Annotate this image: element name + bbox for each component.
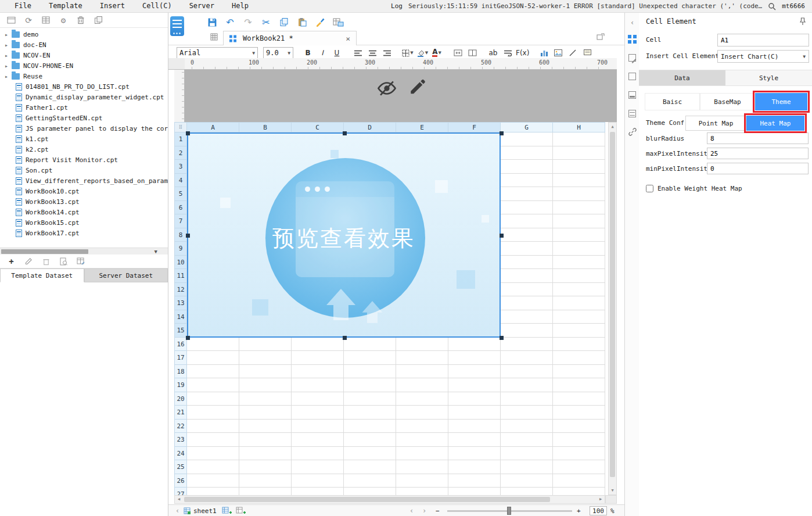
- row-header-6[interactable]: 6: [174, 201, 187, 215]
- tree-file[interactable]: WorkBook10.cpt: [0, 186, 168, 196]
- expand-arrow-icon[interactable]: ▸: [5, 52, 12, 59]
- spreadsheet-grid[interactable]: 预览查看效果: [187, 132, 605, 495]
- enable-weight-heatmap-checkbox[interactable]: [646, 185, 653, 192]
- save-button[interactable]: [206, 16, 218, 28]
- zoom-value-box[interactable]: 100: [590, 506, 607, 515]
- row-header-19[interactable]: 19: [174, 378, 187, 392]
- tab-data[interactable]: Data: [639, 70, 725, 85]
- font-family-select[interactable]: Arial▼: [177, 47, 258, 59]
- tree-file[interactable]: k2.cpt: [0, 144, 168, 155]
- column-header-G[interactable]: G: [501, 122, 553, 132]
- float-element-panel-icon[interactable]: [625, 69, 639, 84]
- row-header-7[interactable]: 7: [174, 214, 187, 228]
- row-header-24[interactable]: 24: [174, 447, 187, 461]
- close-tab-icon[interactable]: ×: [346, 34, 350, 43]
- expand-arrow-icon[interactable]: ▸: [5, 42, 12, 48]
- row-header-20[interactable]: 20: [174, 392, 187, 406]
- edit-dataset-icon[interactable]: [23, 256, 34, 267]
- tree-file[interactable]: Report Visit Monitor.cpt: [0, 155, 168, 165]
- expand-arrow-icon[interactable]: ▸: [5, 73, 12, 80]
- row-header-13[interactable]: 13: [174, 296, 187, 310]
- search-icon[interactable]: [768, 2, 776, 10]
- menu-item-help[interactable]: Help: [223, 0, 257, 12]
- copy-icon[interactable]: [93, 15, 103, 26]
- tree-folder[interactable]: ▸doc-EN: [0, 40, 168, 50]
- column-header-D[interactable]: D: [344, 122, 396, 132]
- row-header-18[interactable]: 18: [174, 365, 187, 379]
- menu-item-file[interactable]: File: [6, 0, 40, 12]
- selection-handle[interactable]: [186, 131, 190, 135]
- row-header-17[interactable]: 17: [174, 351, 187, 365]
- clear-format-button[interactable]: ab: [487, 47, 500, 59]
- subtab-basemap[interactable]: BaseMap: [700, 93, 755, 110]
- tree-file[interactable]: 014801_NB_PR_TO_DO_LIST.cpt: [0, 81, 168, 92]
- borders-button[interactable]: ▼: [401, 47, 414, 59]
- scroll-up-arrow[interactable]: ▲: [609, 123, 616, 131]
- scroll-down-arrow[interactable]: ▼: [609, 486, 616, 494]
- menu-item-template[interactable]: Template: [40, 0, 91, 12]
- column-header-H[interactable]: H: [553, 122, 605, 132]
- zoom-slider-thumb[interactable]: [507, 507, 511, 515]
- tree-scrollbar[interactable]: ▼: [0, 248, 168, 255]
- chart-selection[interactable]: 预览查看效果: [187, 132, 501, 338]
- username[interactable]: mt6666: [782, 2, 805, 10]
- row-header-23[interactable]: 23: [174, 433, 187, 447]
- condition-attributes-panel-icon[interactable]: [625, 106, 639, 121]
- selection-handle[interactable]: [343, 336, 347, 340]
- zoom-slider[interactable]: [447, 510, 572, 512]
- tree-folder[interactable]: ▸demo: [0, 29, 168, 40]
- tree-file[interactable]: WorkBook17.cpt: [0, 228, 168, 238]
- column-header-B[interactable]: B: [239, 122, 292, 132]
- insert-shape-button[interactable]: [566, 47, 579, 59]
- log-button[interactable]: Log: [391, 2, 403, 10]
- parameter-pane[interactable]: [185, 70, 617, 122]
- menu-item-cellc[interactable]: Cell(C): [134, 0, 181, 12]
- add-dataset-button[interactable]: +▾: [6, 256, 16, 267]
- new-window-icon[interactable]: [6, 15, 16, 26]
- add-chart-sheet-icon[interactable]: [236, 505, 246, 516]
- undo-button[interactable]: ↶: [224, 16, 236, 28]
- insert-note-button[interactable]: [581, 47, 594, 59]
- next-sheet-arrow[interactable]: ›: [422, 505, 426, 516]
- format-painter-icon[interactable]: [314, 16, 326, 28]
- align-right-button[interactable]: [380, 47, 393, 59]
- cell-element-panel-icon[interactable]: [625, 31, 639, 46]
- tree-file[interactable]: WorkBook13.cpt: [0, 196, 168, 207]
- insert-chart-select[interactable]: Insert Chart(C) ▼: [717, 50, 809, 63]
- edit-pencil-icon[interactable]: [408, 77, 426, 97]
- settings-gear-icon[interactable]: ⚙: [58, 15, 69, 26]
- selection-handle[interactable]: [500, 234, 504, 238]
- field-input-minPixelIntensity[interactable]: [707, 163, 809, 174]
- preview-dataset-icon[interactable]: [58, 256, 69, 267]
- table-image-icon[interactable]: [332, 16, 344, 28]
- tree-file[interactable]: GettingStartedEN.cpt: [0, 113, 168, 123]
- align-center-button[interactable]: [366, 47, 379, 59]
- unmerge-cells-button[interactable]: [466, 47, 479, 59]
- sheet-tab[interactable]: sheet1: [184, 505, 217, 516]
- tab-list-icon[interactable]: [210, 33, 218, 41]
- sheet-nav-left-icon[interactable]: ‹: [175, 505, 179, 516]
- selection-handle[interactable]: [500, 131, 504, 135]
- redo-button[interactable]: ↷: [242, 16, 254, 28]
- row-header-2[interactable]: 2: [174, 146, 187, 160]
- dataset-tab-1[interactable]: Server Dataset: [84, 268, 168, 282]
- edit-table-icon[interactable]: [76, 256, 86, 267]
- menu-item-server[interactable]: Server: [181, 0, 223, 12]
- font-size-select[interactable]: 9.0▼: [263, 47, 293, 59]
- row-header-27[interactable]: 27: [174, 488, 187, 495]
- row-header-21[interactable]: 21: [174, 406, 187, 420]
- chart-placeholder[interactable]: 预览查看效果: [188, 134, 500, 336]
- tree-file[interactable]: Dynamic_display_parameter_widget.cpt: [0, 92, 168, 102]
- column-header-E[interactable]: E: [396, 122, 448, 132]
- row-header-12[interactable]: 12: [174, 283, 187, 297]
- wrap-text-button[interactable]: [501, 47, 514, 59]
- view-folder-icon[interactable]: [41, 15, 51, 26]
- column-header-A[interactable]: A: [187, 122, 239, 132]
- tree-file[interactable]: k1.cpt: [0, 134, 168, 144]
- row-header-25[interactable]: 25: [174, 460, 187, 474]
- field-input-blurRadius[interactable]: [707, 132, 809, 144]
- row-header-26[interactable]: 26: [174, 474, 187, 488]
- subtab-theme[interactable]: Theme: [755, 93, 807, 110]
- italic-button[interactable]: I: [316, 47, 329, 59]
- scroll-right-arrow[interactable]: ▶: [597, 496, 605, 503]
